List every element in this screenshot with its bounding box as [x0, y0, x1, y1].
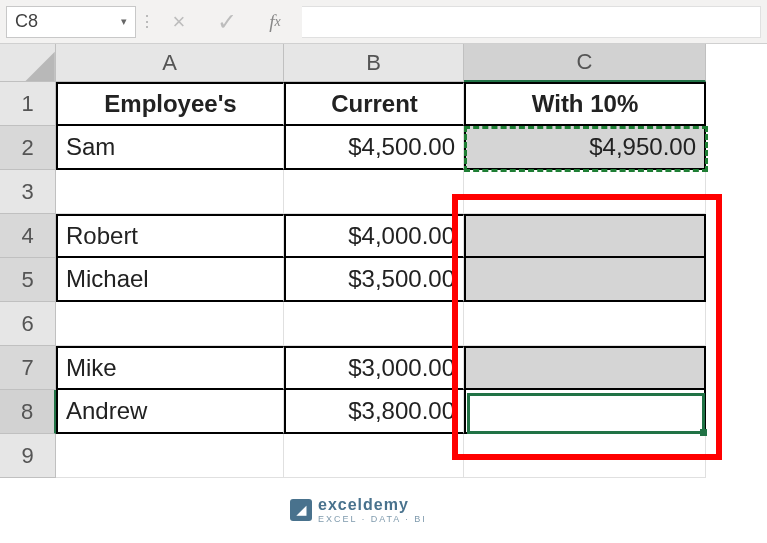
logo-icon: ◢: [290, 499, 312, 521]
row-header-1[interactable]: 1: [0, 82, 56, 126]
cell-A3[interactable]: [56, 170, 284, 214]
row-header-6[interactable]: 6: [0, 302, 56, 346]
select-all-corner[interactable]: [0, 44, 56, 82]
cell-B8[interactable]: $3,800.00: [284, 390, 464, 434]
drag-handle-icon[interactable]: ⋮: [142, 21, 152, 23]
cell-B1[interactable]: Current: [284, 82, 464, 126]
cell-A9[interactable]: [56, 434, 284, 478]
cell-B3[interactable]: [284, 170, 464, 214]
cell-A1[interactable]: Employee's: [56, 82, 284, 126]
cell-A4[interactable]: Robert: [56, 214, 284, 258]
cell-B5[interactable]: $3,500.00: [284, 258, 464, 302]
row-header-4[interactable]: 4: [0, 214, 56, 258]
col-header-C[interactable]: C: [464, 44, 706, 82]
cell-A6[interactable]: [56, 302, 284, 346]
fx-icon[interactable]: fx: [254, 6, 296, 38]
cell-A2[interactable]: Sam: [56, 126, 284, 170]
formula-input[interactable]: [302, 6, 761, 38]
cell-C9[interactable]: [464, 434, 706, 478]
cell-C7[interactable]: [464, 346, 706, 390]
col-header-A[interactable]: A: [56, 44, 284, 82]
row-header-7[interactable]: 7: [0, 346, 56, 390]
watermark-tagline: EXCEL · DATA · BI: [318, 514, 427, 524]
name-box[interactable]: C8 ▾: [6, 6, 136, 38]
svg-marker-0: [26, 52, 55, 81]
row-header-5[interactable]: 5: [0, 258, 56, 302]
cell-C4[interactable]: [464, 214, 706, 258]
cell-B2[interactable]: $4,500.00: [284, 126, 464, 170]
check-icon: ✓: [206, 6, 248, 38]
cell-B4[interactable]: $4,000.00: [284, 214, 464, 258]
row-header-3[interactable]: 3: [0, 170, 56, 214]
row-header-9[interactable]: 9: [0, 434, 56, 478]
cell-C8[interactable]: [464, 390, 706, 434]
row-headers: 1 2 3 4 5 6 7 8 9: [0, 82, 56, 478]
chevron-down-icon[interactable]: ▾: [121, 15, 127, 28]
watermark: ◢ exceldemy EXCEL · DATA · BI: [290, 496, 427, 524]
cell-B6[interactable]: [284, 302, 464, 346]
col-header-B[interactable]: B: [284, 44, 464, 82]
cells-area: Employee's Current With 10% Sam $4,500.0…: [56, 82, 706, 478]
cell-C2[interactable]: $4,950.00: [464, 126, 706, 170]
row-header-8[interactable]: 8: [0, 390, 56, 434]
cell-B7[interactable]: $3,000.00: [284, 346, 464, 390]
column-headers: A B C: [56, 44, 706, 82]
cell-C5[interactable]: [464, 258, 706, 302]
name-box-value: C8: [15, 11, 38, 32]
row-header-2[interactable]: 2: [0, 126, 56, 170]
cell-C6[interactable]: [464, 302, 706, 346]
cell-B9[interactable]: [284, 434, 464, 478]
cell-C3[interactable]: [464, 170, 706, 214]
cell-A8[interactable]: Andrew: [56, 390, 284, 434]
cancel-icon: ×: [158, 6, 200, 38]
watermark-brand: exceldemy: [318, 496, 427, 514]
cell-A5[interactable]: Michael: [56, 258, 284, 302]
cell-A7[interactable]: Mike: [56, 346, 284, 390]
formula-bar: C8 ▾ ⋮ × ✓ fx: [0, 0, 767, 44]
cell-C1[interactable]: With 10%: [464, 82, 706, 126]
